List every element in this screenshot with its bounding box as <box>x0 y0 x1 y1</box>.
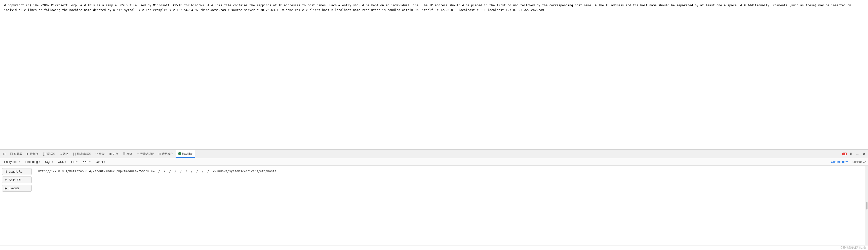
more-options-button[interactable]: ··· <box>855 151 861 157</box>
xss-dropdown[interactable]: XSS ▾ <box>56 159 68 164</box>
tab-performance[interactable]: ◠ 性能 <box>93 150 106 158</box>
sql-dropdown[interactable]: SQL ▾ <box>43 159 55 164</box>
network-icon: ⇅ <box>59 152 62 156</box>
memory-icon: ▣ <box>109 152 112 156</box>
lfi-label: LFI <box>71 160 75 164</box>
lfi-dropdown[interactable]: LFI ▾ <box>69 159 80 164</box>
load-url-icon: ⬆ <box>5 170 7 173</box>
split-url-label: Split URL <box>9 178 22 182</box>
accessibility-icon: ✛ <box>136 152 139 156</box>
bottom-bar: CSDN 亲注明的秒力危 <box>0 245 868 250</box>
hosts-file-text: # Copyright (c) 1993-2009 Microsoft Corp… <box>4 3 851 12</box>
execute-icon: ▶ <box>5 186 7 190</box>
tab-accessibility[interactable]: ✛ 无障碍环境 <box>134 150 156 158</box>
storage-icon: ☰ <box>123 152 126 156</box>
responsive-mode-button[interactable]: ⧉ <box>848 151 854 157</box>
viewer-icon: ☐ <box>10 152 13 156</box>
version-label: HackBar v2 <box>850 160 866 164</box>
tab-storage-label: 存储 <box>127 152 132 156</box>
page-content: # Copyright (c) 1993-2009 Microsoft Corp… <box>0 0 868 149</box>
hackbar-body: ⬆ Load URL ✂ Split URL ▶ Execute http://… <box>0 166 868 245</box>
error-count: 1 <box>845 152 846 155</box>
style-editor-icon: { } <box>73 152 76 156</box>
tab-hackbar-label: HackBar <box>182 152 193 155</box>
application-icon: ⊞ <box>158 152 161 156</box>
tab-console-label: 控制台 <box>30 152 38 156</box>
inspect-icon: ⊡ <box>3 152 5 156</box>
tab-debugger-label: 调试器 <box>46 152 55 156</box>
tab-application[interactable]: ⊞ 应用程序 <box>156 150 175 158</box>
tab-console[interactable]: ▶ 控制台 <box>25 150 40 158</box>
encoding-arrow-icon: ▾ <box>39 161 40 163</box>
tab-style-editor[interactable]: { } 样式编辑器 <box>71 150 93 158</box>
encoding-label: Encoding <box>25 160 38 164</box>
tab-inspect-element[interactable]: ⊡ <box>1 150 7 158</box>
sql-arrow-icon: ▾ <box>52 161 53 163</box>
xss-label: XSS <box>58 160 64 164</box>
debugger-icon: { } <box>43 152 45 156</box>
tab-style-editor-label: 样式编辑器 <box>77 152 91 156</box>
tab-network-label: 网络 <box>63 152 68 156</box>
tab-application-label: 应用程序 <box>162 152 173 156</box>
xss-arrow-icon: ▾ <box>65 161 66 163</box>
devtools-scrollbar[interactable] <box>865 166 868 245</box>
encoding-dropdown[interactable]: Encoding ▾ <box>23 159 42 164</box>
split-url-button[interactable]: ✂ Split URL <box>2 176 32 183</box>
tab-viewer-label: 查看器 <box>14 152 22 156</box>
tab-viewer[interactable]: ☐ 查看器 <box>8 150 24 158</box>
url-input[interactable]: http://127.0.0.1/MetInfo5.0.4//about/ind… <box>36 168 863 243</box>
hackbar-toolbar: Encryption ▾ Encoding ▾ SQL ▾ XSS ▾ LFI … <box>0 158 868 166</box>
error-badge[interactable]: ! 1 <box>842 152 847 155</box>
xxe-arrow-icon: ▾ <box>89 161 91 163</box>
tab-performance-label: 性能 <box>99 152 104 156</box>
tab-hackbar[interactable]: HackBar <box>176 150 195 158</box>
devtools-panel: ⊡ ☐ 查看器 ▶ 控制台 { } 调试器 ⇅ 网络 { } 样式编辑器 ◠ 性… <box>0 149 868 250</box>
hackbar-left-panel: ⬆ Load URL ✂ Split URL ▶ Execute <box>0 166 34 245</box>
bottom-bar-text: CSDN 亲注明的秒力危 <box>841 246 866 250</box>
other-label: Other <box>96 160 103 164</box>
tab-debugger[interactable]: { } 调试器 <box>41 150 57 158</box>
encryption-label: Encryption <box>4 160 19 164</box>
encryption-dropdown[interactable]: Encryption ▾ <box>2 159 22 164</box>
load-url-label: Load URL <box>9 170 22 173</box>
hackbar-right-panel: http://127.0.0.1/MetInfo5.0.4//about/ind… <box>34 166 865 245</box>
sql-label: SQL <box>45 160 51 164</box>
commit-now-area: Commit now! HackBar v2 <box>831 160 866 164</box>
other-dropdown[interactable]: Other ▾ <box>94 159 107 164</box>
split-url-icon: ✂ <box>5 178 7 182</box>
load-url-button[interactable]: ⬆ Load URL <box>2 168 32 175</box>
execute-label: Execute <box>8 187 19 190</box>
tab-memory-label: 内存 <box>113 152 118 156</box>
xxe-label: XXE <box>83 160 89 164</box>
scrollbar-thumb <box>866 202 868 210</box>
error-icon: ! <box>843 152 844 155</box>
encryption-arrow-icon: ▾ <box>19 161 20 163</box>
close-devtools-button[interactable]: ✕ <box>861 151 867 157</box>
lfi-arrow-icon: ▾ <box>76 161 78 163</box>
xxe-dropdown[interactable]: XXE ▾ <box>81 159 93 164</box>
performance-icon: ◠ <box>95 152 98 156</box>
tab-memory[interactable]: ▣ 内存 <box>107 150 120 158</box>
commit-label[interactable]: Commit now! <box>831 160 849 164</box>
tab-storage[interactable]: ☰ 存储 <box>121 150 134 158</box>
other-arrow-icon: ▾ <box>104 161 105 163</box>
console-icon: ▶ <box>27 152 29 156</box>
tab-network[interactable]: ⇅ 网络 <box>57 150 70 158</box>
devtools-tabbar: ⊡ ☐ 查看器 ▶ 控制台 { } 调试器 ⇅ 网络 { } 样式编辑器 ◠ 性… <box>0 149 868 158</box>
tab-accessibility-label: 无障碍环境 <box>140 152 154 156</box>
hackbar-icon <box>178 152 181 155</box>
execute-button[interactable]: ▶ Execute <box>2 185 32 192</box>
